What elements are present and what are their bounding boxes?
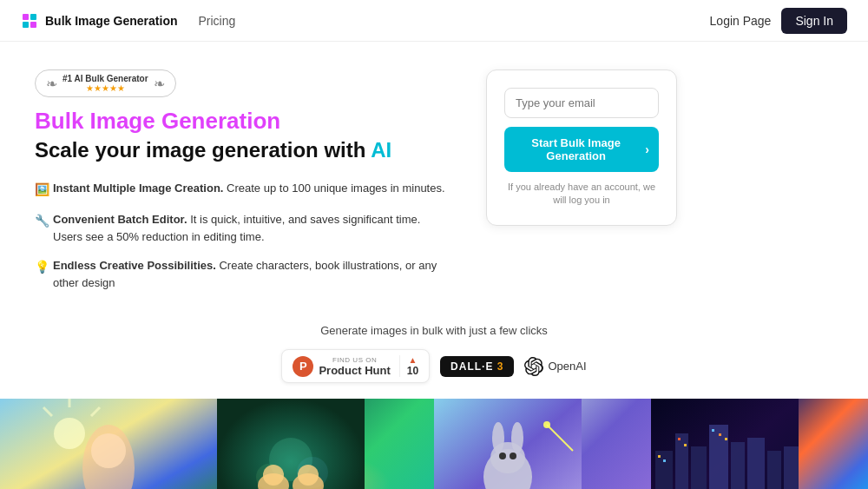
ph-arrow-icon: ▲ — [408, 355, 417, 365]
svg-point-25 — [510, 453, 516, 459]
sample-image-2 — [217, 399, 434, 489]
ai-text: AI — [371, 138, 391, 162]
svg-rect-40 — [684, 444, 687, 446]
right-column: Start Bulk Image Generation › If you alr… — [486, 69, 677, 303]
svg-point-18 — [298, 465, 319, 486]
svg-rect-41 — [712, 429, 714, 432]
cta-note: If you already have an account, we will … — [504, 181, 659, 208]
badge-wrap: ❧ #1 AI Bulk Generator ★★★★★ ❧ — [35, 69, 451, 97]
dalle-label: DALL·E 3 — [450, 360, 503, 373]
svg-point-16 — [263, 465, 284, 486]
laurel-right: ❧ — [154, 76, 165, 92]
openai-icon — [524, 357, 543, 376]
nav-left: Bulk Image Generation Pricing — [21, 12, 235, 30]
cta-arrow-icon: › — [645, 142, 649, 156]
svg-rect-42 — [719, 433, 721, 436]
svg-rect-0 — [23, 14, 29, 20]
svg-rect-34 — [747, 438, 765, 489]
svg-rect-39 — [678, 438, 681, 440]
badge-text: #1 AI Bulk Generator — [62, 74, 148, 83]
badge-content: #1 AI Bulk Generator ★★★★★ — [62, 74, 148, 93]
ph-count: ▲ 10 — [399, 355, 418, 377]
nav-right: Login Page Sign In — [710, 8, 847, 34]
ph-number: 10 — [407, 365, 418, 377]
producthunt-badge[interactable]: P FIND US ON Product Hunt ▲ 10 — [281, 349, 430, 383]
svg-rect-38 — [663, 459, 666, 462]
dalle-3-label: 3 — [497, 360, 504, 373]
login-button[interactable]: Login Page — [710, 14, 772, 28]
sample-image-3 — [434, 399, 651, 489]
subtitle-start: Scale your image generation with — [35, 138, 371, 162]
feature-3-text: Endless Creative Possibilities. Create c… — [53, 257, 451, 291]
navbar: Bulk Image Generation Pricing Login Page… — [0, 0, 868, 42]
left-column: ❧ #1 AI Bulk Generator ★★★★★ ❧ Bulk Imag… — [35, 69, 451, 303]
svg-point-7 — [54, 418, 85, 449]
signin-button[interactable]: Sign In — [781, 8, 847, 34]
partners-section: Generate images in bulk with just a few … — [0, 324, 868, 383]
svg-rect-1 — [30, 14, 36, 20]
svg-point-22 — [492, 422, 504, 453]
ph-find-label: FIND US ON — [319, 356, 390, 364]
feature-1-icon: 🖼️ — [35, 181, 49, 199]
partners-row: P FIND US ON Product Hunt ▲ 10 DALL·E 3 … — [0, 349, 868, 383]
svg-rect-37 — [658, 455, 661, 458]
svg-point-24 — [499, 453, 506, 459]
feature-2-bold: Convenient Batch Editor. — [53, 213, 187, 226]
feature-2: 🔧 Convenient Batch Editor. It is quick, … — [35, 211, 451, 245]
feature-3-icon: 💡 — [35, 258, 49, 276]
laurel-left: ❧ — [46, 76, 57, 92]
openai-badge: OpenAI — [524, 357, 586, 376]
stars: ★★★★★ — [86, 83, 125, 93]
main-content: ❧ #1 AI Bulk Generator ★★★★★ ❧ Bulk Imag… — [0, 42, 868, 303]
rank-badge: ❧ #1 AI Bulk Generator ★★★★★ ❧ — [35, 69, 176, 97]
signup-card: Start Bulk Image Generation › If you alr… — [486, 69, 677, 226]
images-row — [0, 399, 868, 489]
sample-image-1 — [0, 399, 217, 489]
svg-rect-35 — [767, 451, 781, 489]
svg-point-27 — [543, 421, 550, 428]
logo-text: Bulk Image Generation — [45, 14, 177, 28]
svg-rect-3 — [30, 22, 36, 28]
cta-label: Start Bulk Image Generation — [514, 136, 638, 162]
svg-rect-2 — [23, 22, 29, 28]
hero-title: Bulk Image Generation — [35, 108, 451, 135]
feature-1-bold: Instant Multiple Image Creation. — [53, 182, 223, 195]
svg-rect-43 — [725, 438, 727, 440]
logo-icon — [21, 12, 38, 30]
ph-text: FIND US ON Product Hunt — [319, 356, 390, 377]
svg-rect-36 — [784, 446, 799, 489]
email-input[interactable] — [504, 88, 659, 118]
svg-rect-31 — [691, 446, 707, 489]
partners-label: Generate images in bulk with just a few … — [0, 324, 868, 337]
feature-2-text: Convenient Batch Editor. It is quick, in… — [53, 211, 451, 245]
feature-1: 🖼️ Instant Multiple Image Creation. Crea… — [35, 180, 451, 199]
svg-point-23 — [511, 422, 523, 453]
feature-2-icon: 🔧 — [35, 212, 49, 230]
cta-button[interactable]: Start Bulk Image Generation › — [504, 127, 659, 172]
feature-3: 💡 Endless Creative Possibilities. Create… — [35, 257, 451, 291]
logo: Bulk Image Generation — [21, 12, 177, 30]
svg-rect-30 — [675, 433, 688, 489]
openai-label: OpenAI — [548, 360, 586, 373]
pricing-link[interactable]: Pricing — [198, 14, 235, 28]
feature-3-bold: Endless Creative Possibilities. — [53, 259, 216, 272]
feature-1-text: Instant Multiple Image Creation. Create … — [53, 180, 445, 197]
svg-rect-33 — [731, 442, 745, 489]
ph-name-label: Product Hunt — [319, 364, 390, 377]
sample-image-4 — [651, 399, 868, 489]
svg-point-6 — [91, 433, 126, 468]
dalle-badge: DALL·E 3 — [440, 356, 514, 377]
hero-subtitle: Scale your image generation with AI — [35, 138, 451, 162]
ph-logo-icon: P — [293, 356, 313, 377]
feature-1-desc: Create up to 100 unique images in minute… — [223, 182, 444, 195]
